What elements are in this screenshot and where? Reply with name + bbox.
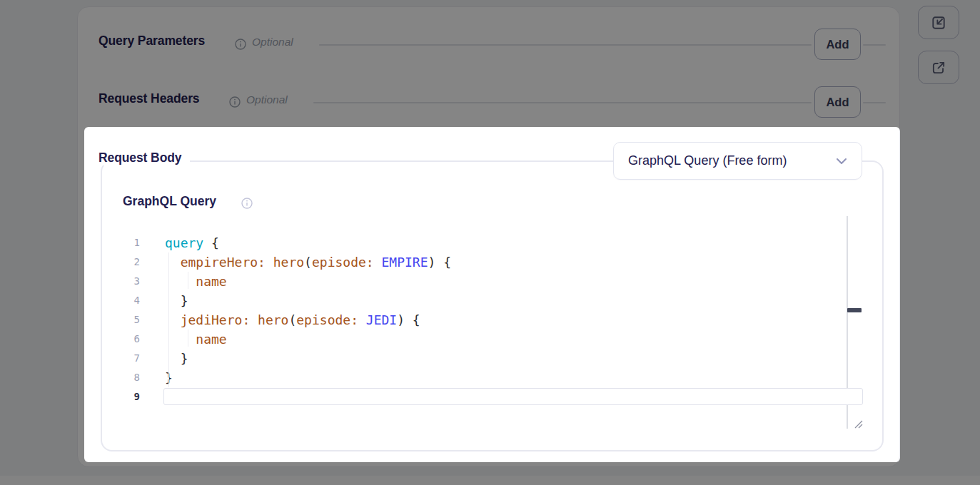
page-background: Query Parameters Optional Add Request He… xyxy=(0,0,980,485)
indent-guide xyxy=(188,330,188,347)
code-line[interactable]: empireHero: hero(episode: EMPIRE) { xyxy=(165,252,847,272)
line-number: 4 xyxy=(118,291,140,310)
info-icon[interactable] xyxy=(241,198,253,209)
query-parameters-optional: Optional xyxy=(252,36,293,48)
code-line[interactable]: query { xyxy=(165,233,847,252)
query-parameters-label: Query Parameters xyxy=(98,34,205,48)
divider-line xyxy=(863,44,886,46)
api-form-card: Query Parameters Optional Add Request He… xyxy=(77,6,900,467)
info-icon[interactable] xyxy=(235,39,246,50)
request-headers-label: Request Headers xyxy=(98,91,199,106)
line-number: 1 xyxy=(118,233,140,252)
editor-code[interactable]: query { empireHero: hero(episode: EMPIRE… xyxy=(165,233,847,407)
divider-line xyxy=(313,102,812,103)
line-number: 8 xyxy=(118,368,140,387)
request-headers-optional: Optional xyxy=(246,93,288,106)
active-line-highlight[interactable] xyxy=(163,388,863,405)
add-query-parameter-button[interactable]: Add xyxy=(814,29,861,60)
add-request-header-button[interactable]: Add xyxy=(814,86,861,118)
code-line[interactable]: name xyxy=(165,330,847,349)
external-link-icon xyxy=(931,60,946,76)
line-number: 3 xyxy=(118,272,140,291)
editor-scrollbar-thumb[interactable] xyxy=(847,308,862,312)
line-number: 5 xyxy=(118,310,140,330)
indent-guide xyxy=(168,252,169,387)
graphql-query-label: GraphQL Query xyxy=(123,194,216,209)
page-footer-strip xyxy=(0,476,980,485)
line-number: 9 xyxy=(118,387,140,407)
indent-guide xyxy=(188,272,188,289)
code-line[interactable]: } xyxy=(165,368,847,387)
line-number: 7 xyxy=(118,349,140,368)
line-number: 6 xyxy=(118,330,140,349)
body-type-select-value: GraphQL Query (Free form) xyxy=(628,153,836,168)
request-body-legend: Request Body xyxy=(92,150,190,165)
code-line[interactable]: } xyxy=(165,349,847,368)
code-line[interactable]: jediHero: hero(episode: JEDI) { xyxy=(165,310,847,330)
request-body-label: Request Body xyxy=(98,150,181,165)
line-number: 2 xyxy=(118,252,140,272)
code-line[interactable]: } xyxy=(165,291,847,310)
code-line[interactable]: name xyxy=(165,272,847,291)
divider-line xyxy=(319,44,812,46)
open-external-button[interactable] xyxy=(918,51,959,84)
collapse-editor-button[interactable] xyxy=(918,6,959,39)
info-icon[interactable] xyxy=(229,96,241,108)
resize-handle-icon[interactable] xyxy=(853,419,863,429)
divider-line xyxy=(863,102,886,103)
editor-gutter: 123456789 xyxy=(118,233,140,407)
arrow-into-box-icon xyxy=(931,15,946,31)
body-type-select[interactable]: GraphQL Query (Free form) xyxy=(613,142,862,180)
chevron-down-icon xyxy=(836,158,847,165)
